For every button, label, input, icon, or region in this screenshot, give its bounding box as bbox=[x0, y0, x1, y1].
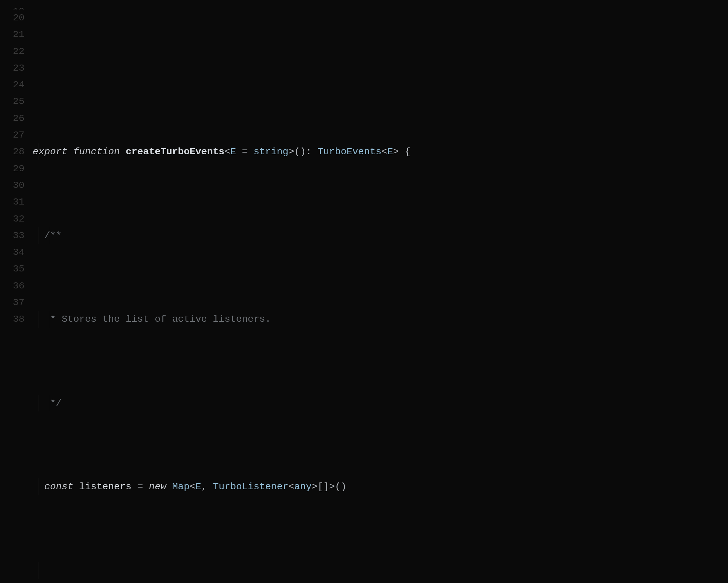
code-editor[interactable]: 19 20 21 22 23 24 25 26 27 28 29 30 31 3… bbox=[0, 0, 728, 583]
doc-comment: /** bbox=[44, 230, 62, 241]
code-line[interactable] bbox=[33, 67, 728, 76]
type-string: string bbox=[254, 146, 289, 157]
code-area[interactable]: export function createTurboEvents<E = st… bbox=[33, 0, 728, 583]
line-number: 25 bbox=[0, 93, 24, 110]
code-line[interactable] bbox=[33, 562, 728, 579]
line-number: 31 bbox=[0, 194, 24, 210]
line-number: 19 bbox=[0, 0, 24, 10]
line-number: 23 bbox=[0, 60, 24, 76]
line-number-gutter: 19 20 21 22 23 24 25 26 27 28 29 30 31 3… bbox=[0, 0, 33, 583]
line-number: 37 bbox=[0, 294, 24, 311]
line-number: 33 bbox=[0, 227, 24, 244]
line-number: 20 bbox=[0, 10, 24, 26]
line-number: 29 bbox=[0, 160, 24, 177]
line-number: 24 bbox=[0, 76, 24, 93]
line-number: 21 bbox=[0, 26, 24, 43]
line-number: 32 bbox=[0, 211, 24, 227]
function-name: createTurboEvents bbox=[126, 146, 225, 157]
return-type: TurboEvents bbox=[317, 146, 381, 157]
type-map: Map bbox=[172, 481, 190, 492]
identifier-listeners: listeners bbox=[79, 481, 132, 492]
type-param: E bbox=[230, 146, 236, 157]
code-line[interactable]: /** bbox=[33, 227, 728, 244]
line-number: 27 bbox=[0, 127, 24, 143]
keyword-function: function bbox=[73, 146, 120, 157]
line-number: 38 bbox=[0, 311, 24, 328]
type-turbolistener: TurboListener bbox=[213, 481, 288, 492]
line-number: 34 bbox=[0, 244, 24, 261]
line-number: 36 bbox=[0, 278, 24, 294]
line-number: 30 bbox=[0, 177, 24, 194]
code-line[interactable]: * Stores the list of active listeners. bbox=[33, 311, 728, 328]
keyword-const: const bbox=[44, 481, 73, 492]
doc-comment: */ bbox=[44, 398, 62, 409]
code-line[interactable]: const listeners = new Map<E, TurboListen… bbox=[33, 478, 728, 495]
line-number: 28 bbox=[0, 143, 24, 160]
line-number: 26 bbox=[0, 110, 24, 127]
code-line[interactable]: */ bbox=[33, 395, 728, 411]
code-line[interactable]: export function createTurboEvents<E = st… bbox=[33, 143, 728, 160]
line-number: 22 bbox=[0, 43, 24, 60]
line-number: 35 bbox=[0, 261, 24, 277]
doc-comment: * Stores the list of active listeners. bbox=[44, 314, 271, 325]
keyword-new: new bbox=[149, 481, 166, 492]
